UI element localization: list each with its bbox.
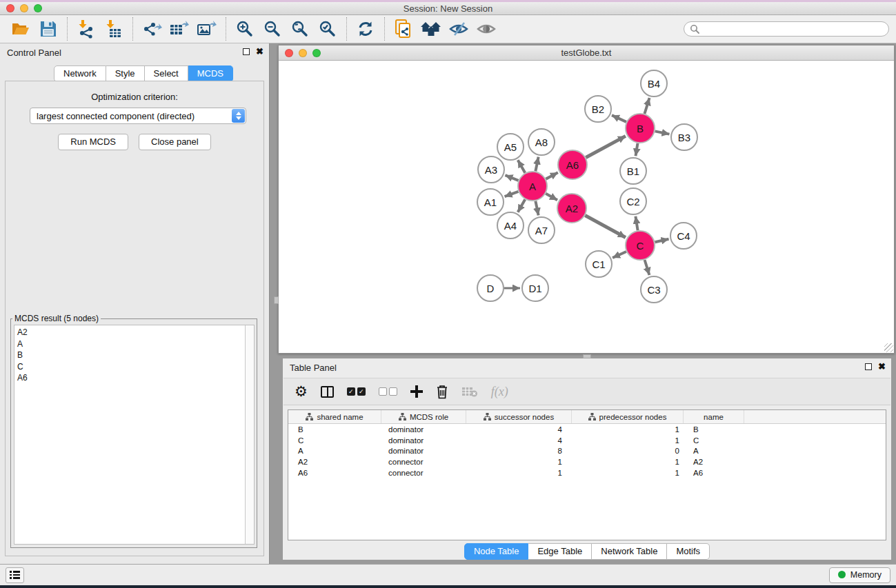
- export-network-icon[interactable]: [138, 17, 166, 41]
- minimize-window-button[interactable]: [20, 4, 28, 12]
- tab-mcds[interactable]: MCDS: [188, 65, 233, 82]
- network-minimize-button[interactable]: [299, 49, 307, 57]
- table-header-row: shared nameMCDS rolesuccessor nodesprede…: [288, 410, 886, 424]
- memory-button[interactable]: Memory: [829, 567, 890, 583]
- delete-column-icon: [461, 383, 478, 401]
- zoom-out-icon[interactable]: [259, 17, 286, 41]
- hide-graphics-details-icon[interactable]: [445, 17, 472, 41]
- close-panel-icon[interactable]: ✖: [878, 363, 886, 370]
- graph-edge-A-A6[interactable]: [546, 172, 557, 179]
- vertical-splitter-handle[interactable]: [274, 296, 279, 304]
- graph-node-label: C: [637, 240, 644, 252]
- open-session-file-icon[interactable]: [390, 17, 417, 41]
- float-panel-icon[interactable]: [865, 363, 872, 370]
- table-settings-gear-icon[interactable]: ⚙: [295, 383, 308, 401]
- graph-edge-A-A2[interactable]: [546, 194, 557, 200]
- network-window-titlebar[interactable]: testGlobe.txt: [279, 45, 894, 61]
- close-window-button[interactable]: [6, 4, 14, 12]
- close-panel-button[interactable]: Close panel: [139, 134, 211, 150]
- export-image-icon[interactable]: [193, 17, 221, 41]
- table-row[interactable]: Cdominator41C: [288, 435, 886, 446]
- toolbar-separator: [226, 17, 226, 41]
- search-input[interactable]: [703, 24, 883, 34]
- network-close-button[interactable]: [285, 49, 293, 57]
- select-all-icon[interactable]: ✓✓: [347, 383, 366, 401]
- result-item[interactable]: A6: [17, 372, 245, 384]
- home-icon[interactable]: [417, 17, 445, 41]
- resize-grip-icon[interactable]: [884, 343, 893, 352]
- column-header-successor-nodes[interactable]: successor nodes: [466, 410, 572, 423]
- app-titlebar: Session: New Session: [0, 2, 896, 15]
- search-field[interactable]: [684, 21, 889, 37]
- result-item[interactable]: A2: [17, 327, 245, 338]
- network-canvas[interactable]: B4B2BB3A8A5A6A3B1AC2A1A2A4A7C4CC1DD1C3: [279, 61, 894, 353]
- zoom-selected-icon[interactable]: [314, 17, 341, 41]
- result-item[interactable]: C: [17, 361, 245, 373]
- column-header-shared-name[interactable]: shared name: [288, 410, 381, 423]
- table-row[interactable]: Bdominator41B: [288, 424, 886, 435]
- table-cell: 4: [466, 425, 572, 434]
- tab-network-table[interactable]: Network Table: [592, 543, 667, 560]
- main-toolbar: [0, 15, 896, 43]
- graph-edge-A6-B[interactable]: [586, 136, 626, 157]
- optimization-criterion-label: Optimization criterion:: [6, 92, 263, 102]
- graph-edge-A-A4[interactable]: [518, 199, 525, 212]
- zoom-window-button[interactable]: [34, 4, 42, 12]
- graph-edge-B-B3[interactable]: [655, 131, 670, 134]
- deselect-all-icon[interactable]: [379, 383, 397, 401]
- delete-rows-trash-icon[interactable]: [436, 383, 448, 401]
- table-cell: dominator: [381, 436, 466, 445]
- graph-edge-A-A5[interactable]: [518, 160, 525, 173]
- show-columns-icon[interactable]: [321, 383, 334, 401]
- zoom-in-icon[interactable]: [231, 17, 259, 41]
- add-column-icon[interactable]: [410, 383, 423, 401]
- tab-node-table[interactable]: Node Table: [464, 543, 529, 560]
- graph-edge-C-C4[interactable]: [655, 239, 668, 242]
- table-row[interactable]: A2connector11A2: [288, 456, 886, 467]
- save-session-icon[interactable]: [34, 17, 62, 41]
- graph-edge-B-B1[interactable]: [636, 143, 638, 156]
- criterion-dropdown[interactable]: largest connected component (directed): [30, 108, 246, 124]
- graph-node-label: B1: [627, 165, 639, 177]
- graph-edge-C-C1[interactable]: [613, 252, 626, 258]
- open-session-icon[interactable]: [7, 17, 34, 41]
- graph-edge-B-B2[interactable]: [612, 115, 626, 122]
- run-mcds-button[interactable]: Run MCDS: [58, 134, 128, 150]
- tab-motifs[interactable]: Motifs: [667, 543, 710, 560]
- toolbar-separator: [384, 17, 385, 41]
- network-zoom-button[interactable]: [312, 49, 321, 57]
- graph-edge-C-C2[interactable]: [635, 216, 637, 231]
- status-bar: Memory: [0, 564, 896, 585]
- graph-node-label: A8: [535, 136, 548, 148]
- tab-edge-table[interactable]: Edge Table: [528, 543, 592, 560]
- result-scrollbar[interactable]: [245, 325, 254, 544]
- graph-node-label: C4: [677, 230, 690, 242]
- graph-edge-A-A1[interactable]: [505, 192, 519, 196]
- graph-edge-A-A7[interactable]: [535, 201, 538, 216]
- column-header-mcds-role[interactable]: MCDS role: [381, 410, 466, 423]
- graph-edge-B-B4[interactable]: [644, 98, 649, 114]
- result-item[interactable]: A: [17, 338, 245, 350]
- column-header-predecessor-nodes[interactable]: predecessor nodes: [572, 410, 684, 423]
- tab-style[interactable]: Style: [106, 65, 145, 82]
- task-history-list-icon[interactable]: [6, 567, 24, 583]
- export-table-icon[interactable]: [166, 17, 193, 41]
- tab-network[interactable]: Network: [54, 65, 106, 82]
- graph-edge-A-A3[interactable]: [505, 175, 518, 181]
- zoom-fit-icon[interactable]: [286, 17, 314, 41]
- graph-edge-C-C3[interactable]: [645, 260, 650, 275]
- column-header-name[interactable]: name: [684, 410, 744, 423]
- table-row[interactable]: A6connector11A6: [288, 467, 886, 478]
- refresh-icon[interactable]: [352, 17, 379, 41]
- float-panel-icon[interactable]: [243, 48, 250, 55]
- graph-edge-A2-C[interactable]: [585, 216, 626, 238]
- import-network-icon[interactable]: [72, 17, 100, 41]
- show-graphics-details-icon[interactable]: [472, 17, 500, 41]
- close-panel-icon[interactable]: ✖: [256, 48, 263, 55]
- tab-select[interactable]: Select: [145, 65, 188, 82]
- table-panel: Table Panel ✖ ⚙ ✓✓ f(x) shared nameMCDS …: [283, 358, 891, 560]
- import-table-icon[interactable]: [100, 17, 128, 41]
- table-row[interactable]: Adominator80A: [288, 446, 886, 457]
- result-item[interactable]: B: [17, 349, 245, 361]
- graph-edge-A-A8[interactable]: [535, 157, 538, 172]
